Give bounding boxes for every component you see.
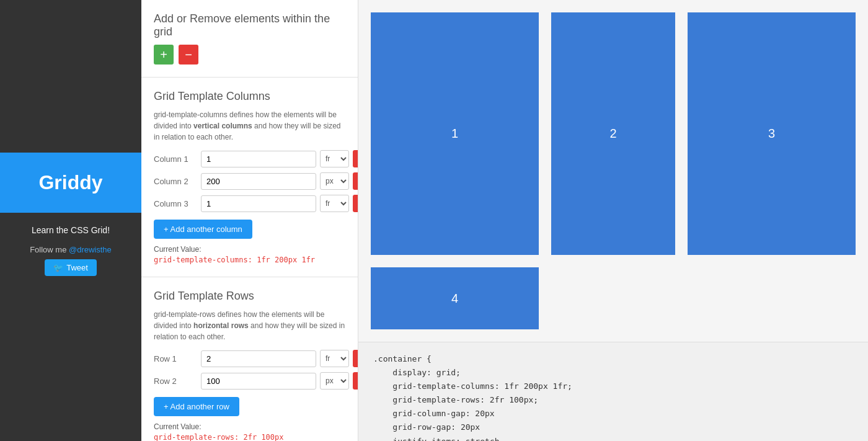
- row-2-unit[interactable]: fr px % em: [320, 372, 349, 390]
- twitter-icon: 🐦: [53, 263, 63, 272]
- column-3-unit[interactable]: fr px % em: [320, 195, 349, 212]
- add-remove-title: Add or Remove elements within the grid: [154, 12, 345, 38]
- row-2-label: Row 2: [154, 376, 197, 386]
- add-row-button[interactable]: + Add another row: [154, 397, 239, 416]
- column-3-label: Column 3: [154, 199, 197, 208]
- row-2-delete-button[interactable]: ✕: [353, 372, 358, 390]
- rows-current-value-code: grid-template-rows: 2fr 100px: [154, 433, 345, 441]
- column-3-row: Column 3 fr px % em ✕: [154, 195, 345, 212]
- row-1-label: Row 1: [154, 354, 197, 363]
- columns-current-value-label: Current Value:: [154, 245, 345, 254]
- controls-panel: Add or Remove elements within the grid +…: [141, 0, 358, 441]
- add-remove-buttons: + −: [154, 45, 345, 65]
- grid-template-rows-desc: grid-template-rows defines how the eleme…: [154, 309, 345, 342]
- sidebar-bottom: Learn the CSS Grid! Follow me @drewisthe…: [0, 213, 141, 288]
- row-2-row: Row 2 fr px % em ✕: [154, 372, 345, 390]
- row-1-unit[interactable]: fr px % em: [320, 350, 349, 367]
- column-2-unit[interactable]: fr px % em: [320, 172, 349, 190]
- code-block: .container { display: grid; grid-templat…: [373, 352, 853, 441]
- grid-template-columns-desc: grid-template-columns defines how the el…: [154, 109, 345, 143]
- brand-title: Griddy: [38, 171, 102, 194]
- right-pane: 1 2 3 4 .container { display: grid; grid…: [358, 0, 868, 441]
- add-column-button[interactable]: + Add another column: [154, 220, 252, 239]
- grid-cell-4: 4: [371, 267, 539, 329]
- follow-text: Follow me @drewisthe: [12, 245, 129, 254]
- learn-css-link[interactable]: Learn the CSS Grid!: [12, 225, 129, 235]
- grid-cell-2: 2: [551, 12, 675, 255]
- code-preview: .container { display: grid; grid-templat…: [358, 342, 868, 441]
- column-1-input[interactable]: [201, 151, 316, 167]
- row-1-input[interactable]: [201, 350, 316, 367]
- column-1-unit[interactable]: fr px % em: [320, 150, 349, 167]
- remove-element-button[interactable]: −: [179, 45, 198, 65]
- add-element-button[interactable]: +: [154, 45, 174, 65]
- add-remove-section: Add or Remove elements within the grid +…: [141, 0, 358, 78]
- sidebar: Griddy Learn the CSS Grid! Follow me @dr…: [0, 0, 141, 441]
- column-1-delete-button[interactable]: ✕: [353, 150, 358, 167]
- column-2-row: Column 2 fr px % em ✕: [154, 172, 345, 190]
- grid-template-columns-title: Grid Template Columns: [154, 90, 345, 103]
- column-2-label: Column 2: [154, 177, 197, 186]
- grid-cell-3: 3: [688, 12, 856, 255]
- rows-current-value-label: Current Value:: [154, 422, 345, 431]
- grid-template-columns-section: Grid Template Columns grid-template-colu…: [141, 78, 358, 277]
- grid-template-rows-title: Grid Template Rows: [154, 290, 345, 303]
- row-2-input[interactable]: [201, 373, 316, 390]
- follow-handle-link[interactable]: @drewisthe: [69, 245, 112, 254]
- row-1-row: Row 1 fr px % em ✕: [154, 350, 345, 367]
- row-1-delete-button[interactable]: ✕: [353, 350, 358, 367]
- column-3-delete-button[interactable]: ✕: [353, 195, 358, 212]
- grid-template-rows-section: Grid Template Rows grid-template-rows de…: [141, 277, 358, 441]
- column-3-input[interactable]: [201, 195, 316, 212]
- brand-banner: Griddy: [0, 153, 141, 213]
- tweet-button[interactable]: 🐦 Tweet: [45, 259, 97, 276]
- column-2-delete-button[interactable]: ✕: [353, 172, 358, 190]
- column-1-label: Column 1: [154, 154, 197, 164]
- grid-preview-area: 1 2 3 4: [358, 0, 868, 342]
- column-2-input[interactable]: [201, 173, 316, 190]
- column-1-row: Column 1 fr px % em ✕: [154, 150, 345, 167]
- grid-cell-1: 1: [371, 12, 539, 255]
- columns-current-value-code: grid-template-columns: 1fr 200px 1fr: [154, 256, 345, 264]
- css-grid: 1 2 3 4: [371, 12, 856, 329]
